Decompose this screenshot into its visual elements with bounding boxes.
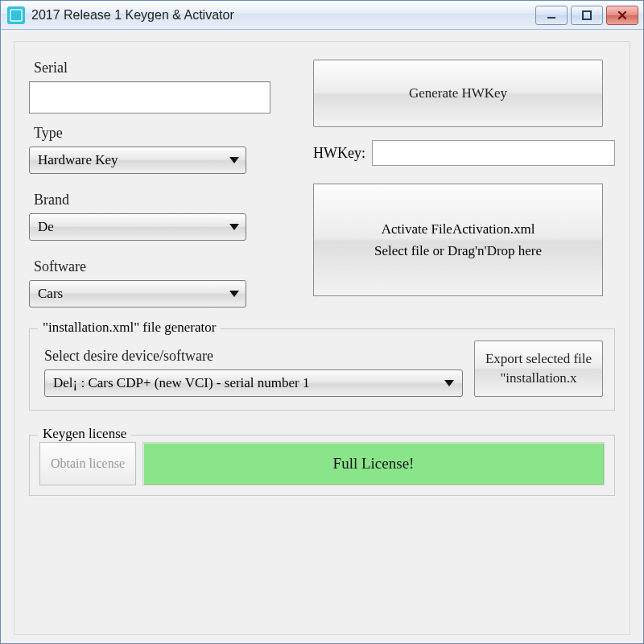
activate-drop-text: Activate FileActivation.xml Select file … bbox=[374, 218, 542, 262]
type-label: Type bbox=[34, 125, 299, 142]
generate-hwkey-label: Generate HWKey bbox=[409, 84, 507, 103]
installation-group: "installation.xml" file generator Select… bbox=[29, 328, 615, 411]
hwkey-label: HWKey: bbox=[313, 145, 365, 162]
license-group: Keygen license Obtain license Full Licen… bbox=[29, 435, 615, 496]
chevron-down-icon bbox=[229, 224, 239, 230]
software-select[interactable]: Cars bbox=[29, 280, 246, 308]
hwkey-input[interactable] bbox=[372, 140, 615, 166]
window-controls bbox=[535, 6, 640, 25]
client-area: Serial Type Hardware Key Brand De Softwa… bbox=[1, 30, 643, 643]
serial-label: Serial bbox=[34, 60, 299, 76]
minimize-icon bbox=[546, 10, 557, 21]
device-select-label: Select desire device/software bbox=[44, 348, 463, 365]
app-window: 2017 Release 1 Keygen & Activator Serial… bbox=[0, 0, 644, 644]
window-title: 2017 Release 1 Keygen & Activator bbox=[31, 8, 535, 23]
chevron-down-icon bbox=[444, 380, 454, 386]
brand-select[interactable]: De bbox=[29, 213, 246, 241]
maximize-icon bbox=[581, 10, 592, 21]
activate-drop-area[interactable]: Activate FileActivation.xml Select file … bbox=[313, 184, 603, 296]
close-icon bbox=[617, 10, 628, 21]
minimize-button[interactable] bbox=[535, 6, 568, 25]
type-select-value: Hardware Key bbox=[38, 152, 118, 168]
app-icon bbox=[7, 6, 25, 24]
titlebar: 2017 Release 1 Keygen & Activator bbox=[1, 1, 643, 30]
license-legend: Keygen license bbox=[38, 426, 131, 442]
obtain-license-button: Obtain license bbox=[39, 442, 136, 485]
serial-input[interactable] bbox=[29, 81, 270, 114]
export-file-label: Export selected file "installation.x bbox=[478, 349, 599, 388]
export-file-button[interactable]: Export selected file "installation.x bbox=[474, 341, 603, 397]
software-select-value: Cars bbox=[38, 286, 63, 302]
brand-select-value: De bbox=[38, 219, 54, 235]
close-button[interactable] bbox=[606, 6, 638, 25]
chevron-down-icon bbox=[229, 291, 239, 297]
maximize-button[interactable] bbox=[571, 6, 603, 25]
device-select-value: Del¡ : Cars CDP+ (new VCI) - serial numb… bbox=[53, 375, 310, 391]
full-license-status: Full License! bbox=[142, 442, 605, 485]
chevron-down-icon bbox=[229, 157, 239, 163]
brand-label: Brand bbox=[34, 192, 299, 208]
generate-hwkey-button[interactable]: Generate HWKey bbox=[313, 60, 603, 127]
type-select[interactable]: Hardware Key bbox=[29, 147, 246, 174]
device-select[interactable]: Del¡ : Cars CDP+ (new VCI) - serial numb… bbox=[44, 369, 463, 397]
software-label: Software bbox=[34, 258, 299, 275]
main-panel: Serial Type Hardware Key Brand De Softwa… bbox=[14, 41, 630, 635]
svg-rect-0 bbox=[547, 17, 555, 19]
full-license-label: Full License! bbox=[333, 455, 415, 473]
installation-legend: "installation.xml" file generator bbox=[38, 320, 221, 336]
svg-rect-1 bbox=[583, 11, 591, 19]
obtain-license-label: Obtain license bbox=[51, 456, 125, 473]
